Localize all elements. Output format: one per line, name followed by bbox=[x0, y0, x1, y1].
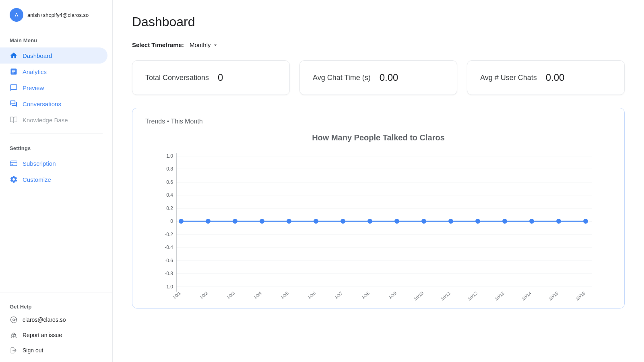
svg-point-33 bbox=[314, 219, 318, 224]
sidebar-item-label: Conversations bbox=[23, 101, 61, 107]
bug-icon bbox=[10, 331, 18, 339]
timeframe-value: Monthly bbox=[190, 41, 211, 48]
chat-icon bbox=[10, 84, 18, 92]
svg-text:-0.2: -0.2 bbox=[165, 232, 173, 237]
svg-point-28 bbox=[179, 219, 184, 224]
sidebar-bottom: Get Help claros@claros.so Report bbox=[0, 292, 112, 362]
divider bbox=[10, 134, 103, 134]
svg-point-37 bbox=[421, 219, 426, 224]
help-email[interactable]: claros@claros.so bbox=[0, 312, 112, 327]
sidebar-item-knowledge-base[interactable]: Knowledge Base bbox=[0, 112, 107, 128]
svg-text:0.4: 0.4 bbox=[166, 192, 173, 198]
svg-point-38 bbox=[448, 219, 453, 224]
gear-icon bbox=[10, 175, 18, 183]
sidebar: A anish+shopify4@claros.so Main Menu Das… bbox=[0, 0, 113, 362]
settings-label: Settings bbox=[0, 138, 112, 154]
timeframe-label: Select Timeframe: bbox=[132, 41, 184, 48]
svg-point-42 bbox=[556, 219, 561, 224]
sidebar-item-label: Knowledge Base bbox=[23, 117, 68, 123]
stat-card-conversations: Total Conversations 0 bbox=[132, 60, 290, 95]
help-email-label: claros@claros.so bbox=[23, 317, 66, 323]
svg-text:10/4: 10/4 bbox=[253, 290, 262, 300]
svg-text:10/11: 10/11 bbox=[440, 290, 451, 301]
svg-text:10/9: 10/9 bbox=[388, 290, 397, 300]
svg-text:10/7: 10/7 bbox=[334, 290, 343, 300]
sidebar-user: A anish+shopify4@claros.so bbox=[0, 0, 112, 30]
stat-value-avg-user-chats: 0.00 bbox=[546, 72, 565, 83]
svg-text:0.8: 0.8 bbox=[166, 166, 173, 172]
sidebar-item-label: Preview bbox=[23, 84, 44, 91]
main-menu-label: Main Menu bbox=[0, 30, 112, 46]
svg-text:10/12: 10/12 bbox=[466, 290, 478, 301]
svg-text:-0.8: -0.8 bbox=[165, 271, 173, 276]
svg-point-29 bbox=[206, 219, 211, 224]
svg-point-34 bbox=[341, 219, 345, 224]
sidebar-item-subscription[interactable]: Subscription bbox=[0, 155, 107, 171]
stat-value-avg-chat-time: 0.00 bbox=[380, 72, 398, 83]
sidebar-item-label: Subscription bbox=[23, 160, 56, 167]
page-title: Dashboard bbox=[132, 14, 625, 29]
svg-point-40 bbox=[502, 219, 507, 224]
svg-point-41 bbox=[529, 219, 534, 224]
svg-text:10/13: 10/13 bbox=[493, 290, 505, 301]
svg-text:10/6: 10/6 bbox=[307, 290, 316, 300]
svg-text:10/5: 10/5 bbox=[280, 290, 289, 300]
chart-header-trends: Trends bbox=[145, 118, 165, 125]
sidebar-item-label: Customize bbox=[23, 176, 51, 183]
svg-text:10/2: 10/2 bbox=[199, 290, 208, 300]
chart-header-sub: • This Month bbox=[167, 118, 203, 125]
svg-point-3 bbox=[13, 333, 15, 335]
svg-text:0.6: 0.6 bbox=[166, 179, 173, 185]
svg-text:0.2: 0.2 bbox=[166, 206, 173, 211]
sign-out[interactable]: Sign out bbox=[0, 343, 112, 358]
svg-text:-1.0: -1.0 bbox=[165, 284, 173, 290]
chevron-down-icon bbox=[212, 42, 219, 48]
svg-point-31 bbox=[260, 219, 264, 224]
svg-text:10/3: 10/3 bbox=[226, 290, 235, 300]
sidebar-item-dashboard[interactable]: Dashboard bbox=[0, 47, 107, 64]
email-icon bbox=[10, 316, 18, 324]
sign-out-label: Sign out bbox=[23, 347, 43, 354]
svg-point-36 bbox=[394, 219, 399, 224]
sidebar-item-analytics[interactable]: Analytics bbox=[0, 64, 107, 80]
sidebar-item-preview[interactable]: Preview bbox=[0, 80, 107, 96]
knowledge-icon bbox=[10, 116, 18, 124]
signout-icon bbox=[10, 346, 18, 354]
svg-point-43 bbox=[583, 219, 588, 224]
stat-label-conversations: Total Conversations bbox=[145, 74, 209, 82]
analytics-icon bbox=[10, 68, 18, 76]
subscription-icon bbox=[10, 159, 18, 167]
svg-point-32 bbox=[287, 219, 291, 224]
stat-value-conversations: 0 bbox=[218, 72, 223, 83]
report-issue[interactable]: Report an issue bbox=[0, 327, 112, 343]
svg-text:10/14: 10/14 bbox=[520, 290, 532, 301]
svg-text:-0.4: -0.4 bbox=[165, 245, 173, 250]
sidebar-item-customize[interactable]: Customize bbox=[0, 171, 107, 187]
svg-point-30 bbox=[233, 219, 237, 224]
svg-text:1.0: 1.0 bbox=[166, 153, 173, 159]
svg-text:10/10: 10/10 bbox=[413, 290, 424, 301]
report-issue-label: Report an issue bbox=[23, 332, 62, 338]
stat-label-avg-chat-time: Avg Chat Time (s) bbox=[313, 74, 371, 82]
sidebar-item-conversations[interactable]: Conversations bbox=[0, 96, 107, 112]
chart-container: Trends • This Month How Many People Talk… bbox=[132, 108, 625, 309]
main-content: Dashboard Select Timeframe: Monthly Tota… bbox=[113, 0, 644, 362]
home-icon bbox=[10, 51, 18, 60]
stat-label-avg-user-chats: Avg # User Chats bbox=[480, 74, 537, 82]
stat-card-avg-chat-time: Avg Chat Time (s) 0.00 bbox=[299, 60, 457, 95]
stat-card-avg-user-chats: Avg # User Chats 0.00 bbox=[467, 60, 625, 95]
user-email: anish+shopify4@claros.so bbox=[27, 12, 89, 18]
conversations-icon bbox=[10, 100, 18, 108]
svg-point-39 bbox=[475, 219, 480, 224]
main-nav: Dashboard Analytics Preview bbox=[0, 46, 112, 130]
chart-header: Trends • This Month bbox=[145, 118, 611, 125]
timeframe-dropdown[interactable]: Monthly bbox=[187, 41, 221, 49]
svg-rect-0 bbox=[10, 161, 17, 166]
svg-text:0: 0 bbox=[170, 218, 173, 224]
settings-nav: Subscription Customize bbox=[0, 154, 112, 189]
svg-text:10/16: 10/16 bbox=[574, 290, 586, 301]
chart-svg: 1.0 0.8 0.6 0.4 0.2 0 -0.2 -0.4 -0.6 -0.… bbox=[145, 149, 611, 302]
avatar: A bbox=[10, 8, 23, 22]
timeframe-row: Select Timeframe: Monthly bbox=[132, 41, 625, 49]
svg-text:-0.6: -0.6 bbox=[165, 258, 173, 263]
